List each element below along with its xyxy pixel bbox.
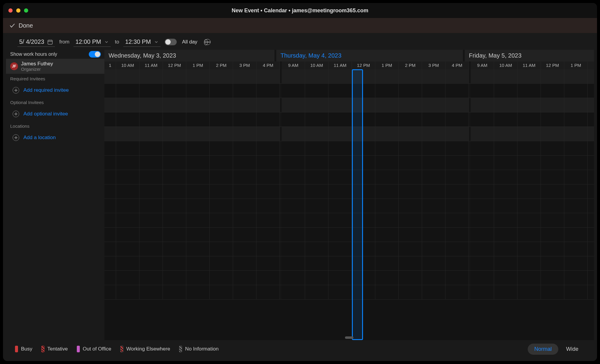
calendar-area: Wednesday, May 3, 2023Thursday, May 4, 2… [104,50,594,340]
show-work-hours-row: Show work hours only [6,50,104,59]
window-title: New Event • Calendar • james@meetingroom… [232,7,368,14]
hour-label: 1 PM [375,61,399,69]
hour-label: 10 AM [305,61,328,69]
add-optional-label: Add optional invitee [23,111,68,117]
grid-row [104,184,594,199]
minimize-window-button[interactable] [16,8,20,13]
hour-label: 1 PM [564,61,588,69]
organizer-text: James Futhey Organizer [21,61,53,72]
main: Show work hours only JF James Futhey Org… [6,50,594,340]
grid-row [104,213,594,228]
grid-row [104,199,594,213]
swatch-ooo [77,346,80,352]
swatch-busy [15,346,18,352]
show-work-hours-toggle[interactable] [89,51,101,58]
hour-label: 3 PM [233,61,256,69]
hour-label: 11 AM [328,61,352,69]
view-toggle: Normal Wide [528,344,585,355]
legend: Busy Tentative Out of Office Working Els… [15,346,219,352]
view-normal-button[interactable]: Normal [528,344,558,355]
add-required-invitee-button[interactable]: Add required invitee [6,83,104,97]
hour-label: 11 AM [518,61,541,69]
organizer-row[interactable]: JF James Futhey Organizer [6,59,104,74]
add-location-button[interactable]: Add a location [6,130,104,145]
close-window-button[interactable] [8,8,13,13]
chevron-down-icon [154,40,159,44]
hour-label: 2 [588,61,594,69]
to-time-field[interactable]: 12:30 PM [123,37,160,47]
swatch-tentative [41,346,44,352]
hour-label: 3 PM [422,61,446,69]
hour-label: 12 PM [352,61,375,69]
hour-headers: 110 AM11 AM12 PM1 PM2 PM3 PM4 PM9 AM10 A… [104,61,594,69]
hour-label: 2 PM [210,61,233,69]
hour-label: 12 PM [541,61,564,69]
grid-row [104,127,594,141]
day-header: Wednesday, May 3, 2023 [104,50,276,61]
grid-row [104,242,594,256]
legend-ooo: Out of Office [77,346,111,352]
legend-working-elsewhere: Working Elsewhere [120,346,170,352]
from-label: from [59,39,69,45]
hour-label: 11 AM [140,61,163,69]
grid-row [104,84,594,98]
add-optional-invitee-button[interactable]: Add optional invitee [6,107,104,121]
add-location-label: Add a location [23,135,56,141]
grid-body[interactable] [104,69,594,340]
day-header: Thursday, May 4, 2023 [276,50,465,61]
to-time-value: 12:30 PM [125,38,151,45]
grid-row [104,156,594,170]
date-field[interactable]: 5/ 4/2023 [17,37,55,47]
svg-rect-0 [48,40,52,44]
required-invitees-header: Required Invitees [6,74,104,83]
plus-icon [13,134,19,141]
day-header: Friday, May 5, 2023 [465,50,594,61]
datetime-row: 5/ 4/2023 from 12:00 PM to 12:30 PM All … [6,34,594,50]
footer: Busy Tentative Out of Office Working Els… [6,340,594,358]
view-wide-button[interactable]: Wide [560,344,585,355]
hour-label: 9 AM [282,61,305,69]
toolbar: Done [3,18,597,33]
hour-label: 9 AM [471,61,494,69]
swatch-no-info [179,346,182,352]
locations-header: Locations [6,121,104,130]
grid-row [104,228,594,242]
allday-label: All day [182,39,197,45]
hour-label: 10 AM [116,61,140,69]
hour-label: 2 PM [399,61,422,69]
window: New Event • Calendar • james@meetingroom… [3,3,597,361]
titlebar: New Event • Calendar • james@meetingroom… [3,3,597,18]
swatch-working-elsewhere [120,346,123,352]
done-label: Done [19,22,33,29]
legend-no-info: No Information [179,346,219,352]
sidebar: Show work hours only JF James Futhey Org… [6,50,104,340]
add-required-label: Add required invitee [23,87,69,93]
legend-tentative: Tentative [41,346,68,352]
grid-row [104,69,594,84]
grid-row [104,98,594,112]
chevron-down-icon [104,40,109,44]
hour-label: 1 PM [186,61,210,69]
hour-label: 4 PM [446,61,469,69]
hour-label: 12 PM [163,61,186,69]
show-work-hours-label: Show work hours only [10,52,57,57]
calendar-icon [47,39,53,45]
checkmark-icon [9,22,16,29]
maximize-window-button[interactable] [24,8,28,13]
allday-toggle[interactable] [165,39,177,45]
plus-icon [13,87,19,94]
from-time-value: 12:00 PM [75,38,101,45]
legend-busy: Busy [15,346,32,352]
horizontal-scroll-thumb[interactable] [345,336,353,339]
avatar: JF [10,62,18,70]
timezone-icon[interactable] [205,39,211,45]
date-value: 5/ 4/2023 [19,38,44,45]
grid-row [104,285,594,300]
plus-icon [13,111,19,117]
organizer-role: Organizer [21,67,53,72]
done-button[interactable]: Done [9,22,33,29]
grid-row [104,112,594,127]
from-time-field[interactable]: 12:00 PM [74,37,111,47]
hour-label: 4 PM [256,61,280,69]
hour-label: 1 [104,61,116,69]
